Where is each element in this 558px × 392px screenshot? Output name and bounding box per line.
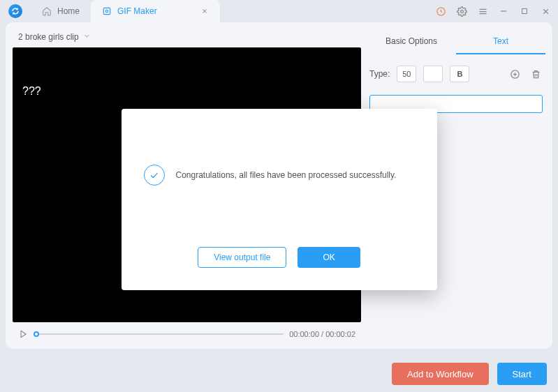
ok-button[interactable]: OK: [298, 247, 360, 268]
success-modal: Congratulations, all files have been pro…: [122, 109, 437, 290]
view-output-button[interactable]: View output file: [198, 247, 286, 268]
check-icon: [144, 165, 165, 186]
modal-message: Congratulations, all files have been pro…: [176, 170, 397, 180]
modal-backdrop: Congratulations, all files have been pro…: [0, 0, 558, 392]
modal-body: Congratulations, all files have been pro…: [144, 165, 415, 186]
modal-buttons: View output file OK: [144, 247, 415, 268]
